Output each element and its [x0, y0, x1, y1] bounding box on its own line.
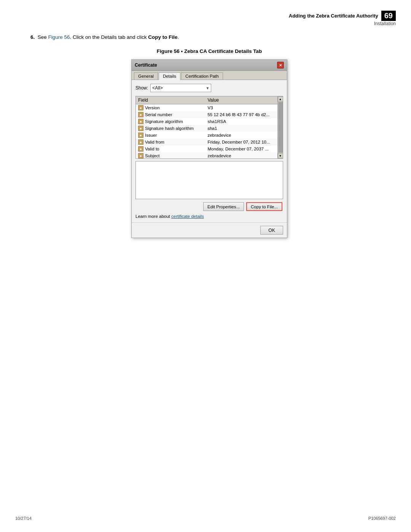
table-row[interactable]: ■Version V3	[136, 104, 283, 112]
dialog-title: Certificate	[135, 62, 157, 68]
page-header-subtitle: Installation	[289, 21, 396, 26]
close-button[interactable]: ✕	[277, 62, 284, 69]
show-label: Show:	[135, 85, 148, 91]
footer-date: 10/27/14	[15, 516, 32, 521]
step-bold: Copy to File	[148, 34, 177, 40]
cell-value: Friday, December 07, 2012 10...	[205, 139, 283, 145]
tab-general[interactable]: General	[134, 72, 158, 80]
col-field: Field	[136, 96, 205, 104]
field-icon: ■	[138, 105, 143, 110]
cert-detail-area	[135, 161, 283, 199]
certificate-details-link[interactable]: certificate details	[171, 214, 204, 219]
cert-link-row: Learn more about certificate details	[135, 214, 283, 219]
page-header-title: Adding the Zebra Certificate Authority	[289, 13, 378, 19]
table-row[interactable]: ■Valid to Monday, December 07, 2037 ...	[136, 145, 283, 152]
page-number: 69	[381, 11, 396, 21]
dialog-wrapper: Certificate ✕ General Details Certificat…	[30, 59, 388, 238]
table-row[interactable]: ■Signature algorithm sha1RSA	[136, 118, 283, 125]
dialog-actions: Edit Properties... Copy to File...	[135, 202, 283, 211]
cell-value: Monday, December 07, 2037 ...	[205, 145, 283, 152]
tab-details[interactable]: Details	[159, 72, 180, 80]
cell-value: V3	[205, 104, 283, 112]
table-row[interactable]: ■Valid from Friday, December 07, 2012 10…	[136, 139, 283, 145]
dialog-footer: OK	[132, 222, 287, 238]
main-content: 6. See Figure 56. Click on the Details t…	[30, 34, 388, 238]
page-footer: 10/27/14 P1065697-002	[15, 516, 396, 521]
show-select[interactable]: <All> ▼	[150, 84, 211, 92]
cell-value: 55 12 24 b6 f8 43 77 97 4b d2...	[205, 111, 283, 118]
table-row[interactable]: ■Subject zebradevice	[136, 152, 283, 159]
cert-table-container: Field Value ■Version V3 ■Serial number	[135, 96, 283, 159]
figure-link[interactable]: Figure 56	[48, 34, 70, 40]
page-header: Adding the Zebra Certificate Authority 6…	[289, 11, 396, 26]
dialog-tabs: General Details Certification Path	[132, 71, 287, 80]
show-select-value: <All>	[152, 85, 162, 91]
field-icon: ■	[138, 112, 143, 117]
field-icon: ■	[138, 153, 143, 158]
chevron-down-icon: ▼	[206, 86, 209, 90]
learn-more-text: Learn more about	[135, 214, 171, 219]
dialog-body: Show: <All> ▼ Field Value	[132, 80, 287, 222]
field-icon: ■	[138, 146, 143, 152]
cell-value: zebradevice	[205, 132, 283, 139]
footer-doc-id: P1065697-002	[368, 516, 396, 521]
cert-table: Field Value ■Version V3 ■Serial number	[136, 96, 283, 159]
cell-value: sha1RSA	[205, 118, 283, 125]
field-icon: ■	[138, 119, 143, 124]
field-icon: ■	[138, 139, 143, 145]
scroll-up-icon[interactable]: ▲	[278, 96, 283, 102]
edit-properties-button[interactable]: Edit Properties...	[203, 202, 244, 211]
scroll-down-icon[interactable]: ▼	[278, 153, 283, 158]
dialog-titlebar: Certificate ✕	[132, 60, 287, 71]
table-row[interactable]: ■Issuer zebradevice	[136, 132, 283, 139]
step-text: 6. See Figure 56. Click on the Details t…	[30, 34, 388, 40]
scroll-thumb[interactable]	[278, 102, 283, 153]
certificate-dialog: Certificate ✕ General Details Certificat…	[131, 59, 287, 238]
cell-value: zebradevice	[205, 152, 283, 159]
col-value: Value	[205, 96, 283, 104]
copy-to-file-button[interactable]: Copy to File...	[246, 202, 282, 211]
field-icon: ■	[138, 133, 143, 138]
tab-certification-path[interactable]: Certification Path	[181, 72, 223, 80]
table-row[interactable]: ■Signature hash algorithm sha1	[136, 125, 283, 132]
show-row: Show: <All> ▼	[135, 84, 283, 92]
ok-button[interactable]: OK	[260, 226, 283, 235]
cell-value: sha1	[205, 125, 283, 132]
scrollbar[interactable]: ▲ ▼	[277, 96, 283, 158]
figure-title: Figure 56 • Zebra CA Certificate Details…	[30, 48, 388, 54]
field-icon: ■	[138, 126, 143, 131]
table-row[interactable]: ■Serial number 55 12 24 b6 f8 43 77 97 4…	[136, 111, 283, 118]
